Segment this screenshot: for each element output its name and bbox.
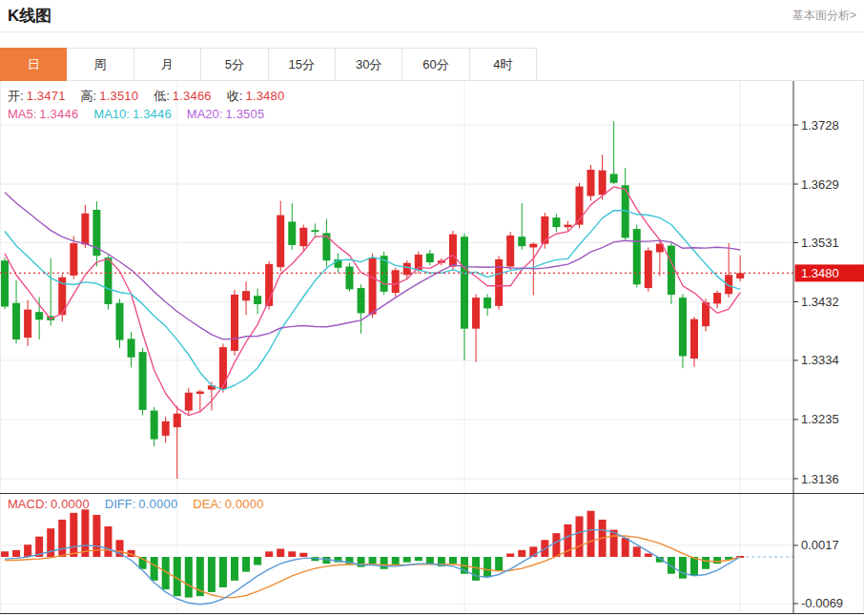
legend-macd: MACD:0.0000 (8, 496, 90, 512)
svg-text:1.3235: 1.3235 (801, 412, 839, 426)
legend-ma20: MA20:1.3505 (187, 106, 265, 122)
svg-text:1.3334: 1.3334 (801, 353, 839, 367)
tab-4hour[interactable]: 4时 (470, 48, 537, 81)
tab-week[interactable]: 周 (67, 48, 134, 81)
tab-5min[interactable]: 5分 (201, 48, 268, 81)
legend-ma10: MA10:1.3446 (93, 106, 172, 122)
svg-text:1.3432: 1.3432 (801, 295, 839, 309)
tab-15min[interactable]: 15分 (269, 48, 336, 81)
svg-text:-0.0069: -0.0069 (801, 596, 843, 610)
svg-text:1.3480: 1.3480 (801, 266, 839, 280)
legend-close: 收:1.3480 (227, 88, 285, 104)
tab-60min[interactable]: 60分 (402, 48, 469, 81)
page-title: K线图 (8, 5, 51, 27)
tab-day[interactable]: 日 (0, 48, 67, 81)
svg-text:1.3629: 1.3629 (801, 177, 839, 192)
macd-legend: MACD:0.0000DIFF:0.0000DEA:0.0000 (8, 496, 279, 512)
fundamentals-link[interactable]: 基本面分析> (792, 8, 856, 24)
tab-bar-filler (537, 48, 864, 81)
svg-text:0.0017: 0.0017 (801, 538, 839, 552)
legend-low: 低:1.3466 (154, 88, 212, 104)
tab-month[interactable]: 月 (134, 48, 201, 81)
svg-text:1.3728: 1.3728 (801, 118, 839, 133)
svg-text:1.3136: 1.3136 (801, 472, 839, 486)
tab-30min[interactable]: 30分 (336, 48, 402, 81)
ohlc-legend: 开:1.3471高:1.3510低:1.3466收:1.3480 (8, 88, 299, 104)
svg-text:1.3531: 1.3531 (801, 236, 839, 250)
legend-diff: DIFF:0.0000 (105, 496, 177, 512)
legend-open: 开:1.3471 (8, 88, 66, 104)
interval-tab-bar: 日周月5分15分30分60分4时 (0, 48, 864, 81)
legend-ma5: MA5:1.3446 (8, 106, 78, 122)
legend-dea: DEA:0.0000 (193, 496, 263, 512)
legend-high: 高:1.3510 (81, 88, 139, 104)
ma-legend: MA5:1.3446MA10:1.3446MA20:1.3505 (8, 106, 279, 122)
header-divider (0, 31, 864, 32)
page-header: K线图 基本面分析> (0, 0, 864, 31)
